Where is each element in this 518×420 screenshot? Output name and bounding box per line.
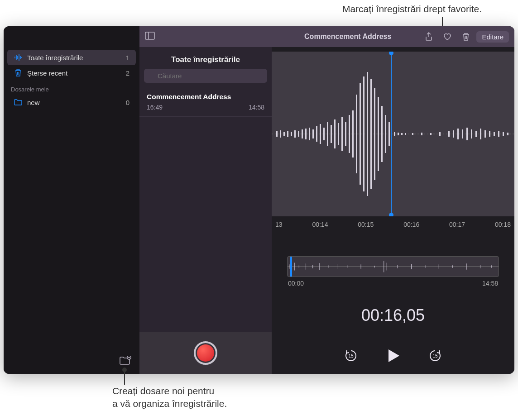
- callout-favorite: Marcați înregistrări drept favorite.: [342, 4, 482, 14]
- svg-rect-69: [498, 131, 499, 137]
- recordings-list-panel: Toate înregistrările Commencement Addres…: [139, 26, 272, 374]
- svg-rect-54: [412, 133, 413, 135]
- svg-rect-62: [466, 128, 468, 140]
- overview-start: 00:00: [288, 280, 304, 287]
- svg-rect-31: [323, 128, 325, 140]
- folder-icon: [14, 98, 23, 107]
- svg-rect-35: [338, 123, 339, 145]
- recording-time: 16:49: [147, 104, 163, 111]
- svg-rect-33: [331, 125, 332, 143]
- svg-rect-25: [302, 129, 303, 138]
- svg-rect-46: [378, 97, 379, 171]
- share-button[interactable]: [421, 30, 436, 43]
- svg-rect-71: [507, 133, 508, 135]
- svg-rect-45: [374, 88, 375, 180]
- sidebar-item-label: new: [27, 99, 40, 106]
- search-input[interactable]: [144, 69, 267, 83]
- svg-rect-23: [294, 130, 296, 138]
- svg-rect-55: [421, 133, 422, 135]
- svg-rect-60: [457, 129, 459, 139]
- sidebar-item-count: 2: [126, 69, 130, 77]
- svg-rect-68: [494, 132, 495, 136]
- callout-line: [124, 371, 125, 385]
- recording-title-header: Commencement Address: [277, 33, 418, 41]
- time-tick: 00:15: [358, 221, 374, 228]
- svg-rect-42: [363, 76, 365, 191]
- detail-toolbar: Commencement Address Editare: [272, 26, 514, 47]
- skip-forward-button[interactable]: 15: [428, 349, 442, 364]
- svg-rect-28: [312, 129, 314, 138]
- svg-rect-61: [462, 129, 463, 138]
- favorite-button[interactable]: [439, 30, 456, 43]
- sidebar-item-recently-deleted[interactable]: Șterse recent 2: [7, 65, 136, 81]
- recording-title: Commencement Address: [147, 93, 264, 101]
- svg-rect-11: [145, 32, 154, 39]
- svg-rect-37: [345, 122, 346, 146]
- waveform-graphic: [272, 52, 514, 216]
- delete-button[interactable]: [458, 30, 474, 43]
- svg-rect-19: [280, 130, 281, 138]
- sidebar-item-all-recordings[interactable]: Toate înregistrările 1: [7, 50, 136, 65]
- new-folder-button[interactable]: [120, 356, 131, 368]
- sidebar-item-count: 1: [126, 54, 130, 62]
- svg-rect-63: [471, 129, 472, 138]
- svg-rect-53: [405, 133, 406, 135]
- svg-rect-40: [356, 95, 357, 173]
- svg-rect-50: [394, 132, 395, 136]
- svg-rect-64: [475, 131, 477, 137]
- record-button[interactable]: [194, 341, 217, 365]
- svg-rect-43: [367, 72, 368, 196]
- svg-rect-36: [341, 117, 343, 151]
- sidebar-item-label: Toate înregistrările: [27, 54, 83, 62]
- record-footer: [139, 332, 272, 374]
- svg-text:15: 15: [432, 353, 438, 358]
- overview-scrubber[interactable]: [287, 256, 499, 277]
- sidebar-item-folder[interactable]: new 0: [7, 95, 136, 110]
- playback-controls: 15 15: [272, 347, 514, 367]
- overview-playhead[interactable]: [290, 256, 292, 277]
- sidebar-footer: [4, 349, 139, 374]
- overview-waveform: [288, 257, 499, 277]
- recording-list-item[interactable]: Commencement Address 16:49 14:58: [139, 87, 272, 117]
- playhead[interactable]: [391, 52, 392, 216]
- svg-rect-39: [352, 110, 354, 158]
- time-tick: 00:16: [403, 221, 419, 228]
- sidebar-item-label: Șterse recent: [27, 69, 67, 77]
- svg-rect-70: [503, 132, 504, 136]
- timeline-labels: 13 00:14 00:15 00:16 00:17 00:18: [272, 216, 514, 228]
- play-button[interactable]: [384, 347, 402, 367]
- time-tick: 00:14: [312, 221, 328, 228]
- svg-rect-20: [283, 132, 285, 136]
- svg-rect-58: [448, 131, 450, 137]
- svg-rect-66: [484, 130, 486, 138]
- app-window: Toate înregistrările 1 Șterse recent 2 D…: [4, 26, 514, 374]
- svg-rect-29: [316, 126, 317, 142]
- overview-labels: 00:00 14:58: [272, 277, 514, 287]
- svg-rect-49: [388, 122, 390, 146]
- skip-back-button[interactable]: 15: [344, 349, 358, 364]
- svg-rect-38: [349, 115, 350, 153]
- svg-rect-21: [287, 131, 288, 137]
- svg-rect-32: [327, 122, 328, 146]
- list-toolbar: [139, 26, 272, 47]
- sidebar-section-header: Dosarele mele: [4, 81, 139, 95]
- svg-text:15: 15: [348, 353, 354, 358]
- list-title: Toate înregistrările: [139, 47, 272, 69]
- time-tick: 00:17: [449, 221, 465, 228]
- time-tick: 13: [275, 221, 283, 228]
- sidebar: Toate înregistrările 1 Șterse recent 2 D…: [4, 26, 139, 374]
- recording-duration: 14:58: [249, 104, 264, 111]
- svg-rect-34: [334, 119, 336, 148]
- svg-rect-30: [320, 124, 321, 144]
- record-icon: [197, 344, 214, 362]
- toggle-sidebar-button[interactable]: [145, 32, 155, 42]
- sidebar-item-count: 0: [126, 99, 130, 106]
- waveform-view[interactable]: [272, 52, 514, 216]
- trash-icon: [14, 68, 23, 77]
- svg-rect-67: [489, 131, 490, 137]
- svg-rect-41: [360, 83, 361, 185]
- edit-button[interactable]: Editare: [476, 31, 509, 43]
- overview-end: 14:58: [482, 280, 498, 287]
- svg-rect-65: [480, 129, 481, 139]
- current-time-display: 00:16,05: [272, 306, 514, 325]
